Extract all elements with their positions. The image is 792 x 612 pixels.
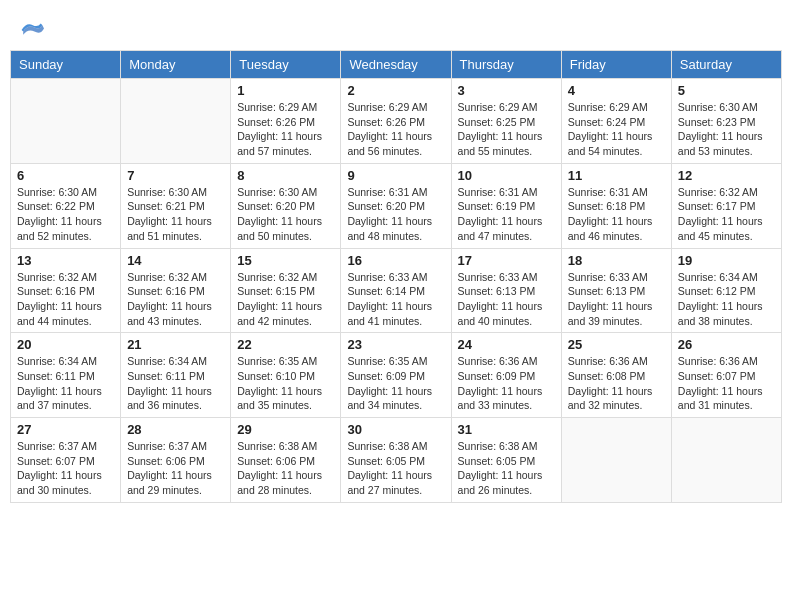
- day-number: 29: [237, 422, 334, 437]
- day-info: Sunrise: 6:30 AMSunset: 6:23 PMDaylight:…: [678, 100, 775, 159]
- calendar-cell: 28Sunrise: 6:37 AMSunset: 6:06 PMDayligh…: [121, 418, 231, 503]
- day-number: 30: [347, 422, 444, 437]
- logo: [20, 20, 46, 40]
- day-number: 31: [458, 422, 555, 437]
- calendar-cell: 17Sunrise: 6:33 AMSunset: 6:13 PMDayligh…: [451, 248, 561, 333]
- calendar-cell: 13Sunrise: 6:32 AMSunset: 6:16 PMDayligh…: [11, 248, 121, 333]
- calendar-cell: [11, 79, 121, 164]
- calendar-cell: 14Sunrise: 6:32 AMSunset: 6:16 PMDayligh…: [121, 248, 231, 333]
- weekday-header: Tuesday: [231, 51, 341, 79]
- day-number: 21: [127, 337, 224, 352]
- day-info: Sunrise: 6:37 AMSunset: 6:07 PMDaylight:…: [17, 439, 114, 498]
- day-info: Sunrise: 6:31 AMSunset: 6:19 PMDaylight:…: [458, 185, 555, 244]
- day-info: Sunrise: 6:33 AMSunset: 6:13 PMDaylight:…: [458, 270, 555, 329]
- day-info: Sunrise: 6:32 AMSunset: 6:15 PMDaylight:…: [237, 270, 334, 329]
- calendar-cell: 7Sunrise: 6:30 AMSunset: 6:21 PMDaylight…: [121, 163, 231, 248]
- weekday-header: Wednesday: [341, 51, 451, 79]
- day-number: 14: [127, 253, 224, 268]
- calendar-cell: 9Sunrise: 6:31 AMSunset: 6:20 PMDaylight…: [341, 163, 451, 248]
- day-number: 12: [678, 168, 775, 183]
- day-info: Sunrise: 6:38 AMSunset: 6:06 PMDaylight:…: [237, 439, 334, 498]
- weekday-header: Monday: [121, 51, 231, 79]
- day-info: Sunrise: 6:35 AMSunset: 6:10 PMDaylight:…: [237, 354, 334, 413]
- calendar-cell: 29Sunrise: 6:38 AMSunset: 6:06 PMDayligh…: [231, 418, 341, 503]
- day-number: 25: [568, 337, 665, 352]
- day-info: Sunrise: 6:34 AMSunset: 6:11 PMDaylight:…: [127, 354, 224, 413]
- day-number: 20: [17, 337, 114, 352]
- day-info: Sunrise: 6:38 AMSunset: 6:05 PMDaylight:…: [347, 439, 444, 498]
- calendar-cell: 27Sunrise: 6:37 AMSunset: 6:07 PMDayligh…: [11, 418, 121, 503]
- calendar-cell: 15Sunrise: 6:32 AMSunset: 6:15 PMDayligh…: [231, 248, 341, 333]
- day-info: Sunrise: 6:36 AMSunset: 6:09 PMDaylight:…: [458, 354, 555, 413]
- day-info: Sunrise: 6:29 AMSunset: 6:25 PMDaylight:…: [458, 100, 555, 159]
- calendar-cell: 8Sunrise: 6:30 AMSunset: 6:20 PMDaylight…: [231, 163, 341, 248]
- day-number: 6: [17, 168, 114, 183]
- calendar-cell: 1Sunrise: 6:29 AMSunset: 6:26 PMDaylight…: [231, 79, 341, 164]
- calendar-table: SundayMondayTuesdayWednesdayThursdayFrid…: [10, 50, 782, 503]
- day-info: Sunrise: 6:37 AMSunset: 6:06 PMDaylight:…: [127, 439, 224, 498]
- day-number: 4: [568, 83, 665, 98]
- calendar-cell: 19Sunrise: 6:34 AMSunset: 6:12 PMDayligh…: [671, 248, 781, 333]
- day-number: 27: [17, 422, 114, 437]
- day-number: 10: [458, 168, 555, 183]
- calendar-cell: 2Sunrise: 6:29 AMSunset: 6:26 PMDaylight…: [341, 79, 451, 164]
- day-number: 8: [237, 168, 334, 183]
- day-info: Sunrise: 6:38 AMSunset: 6:05 PMDaylight:…: [458, 439, 555, 498]
- day-info: Sunrise: 6:36 AMSunset: 6:08 PMDaylight:…: [568, 354, 665, 413]
- day-number: 3: [458, 83, 555, 98]
- calendar-cell: 22Sunrise: 6:35 AMSunset: 6:10 PMDayligh…: [231, 333, 341, 418]
- day-number: 13: [17, 253, 114, 268]
- day-info: Sunrise: 6:29 AMSunset: 6:24 PMDaylight:…: [568, 100, 665, 159]
- day-number: 16: [347, 253, 444, 268]
- day-number: 9: [347, 168, 444, 183]
- calendar-cell: [561, 418, 671, 503]
- calendar-cell: 10Sunrise: 6:31 AMSunset: 6:19 PMDayligh…: [451, 163, 561, 248]
- calendar-cell: 18Sunrise: 6:33 AMSunset: 6:13 PMDayligh…: [561, 248, 671, 333]
- day-number: 26: [678, 337, 775, 352]
- day-info: Sunrise: 6:29 AMSunset: 6:26 PMDaylight:…: [237, 100, 334, 159]
- calendar-cell: 3Sunrise: 6:29 AMSunset: 6:25 PMDaylight…: [451, 79, 561, 164]
- calendar-cell: 11Sunrise: 6:31 AMSunset: 6:18 PMDayligh…: [561, 163, 671, 248]
- day-info: Sunrise: 6:31 AMSunset: 6:20 PMDaylight:…: [347, 185, 444, 244]
- calendar-cell: 26Sunrise: 6:36 AMSunset: 6:07 PMDayligh…: [671, 333, 781, 418]
- day-number: 19: [678, 253, 775, 268]
- day-number: 7: [127, 168, 224, 183]
- day-info: Sunrise: 6:30 AMSunset: 6:22 PMDaylight:…: [17, 185, 114, 244]
- logo-icon: [20, 20, 44, 40]
- day-info: Sunrise: 6:30 AMSunset: 6:21 PMDaylight:…: [127, 185, 224, 244]
- weekday-header: Saturday: [671, 51, 781, 79]
- day-number: 18: [568, 253, 665, 268]
- day-info: Sunrise: 6:33 AMSunset: 6:13 PMDaylight:…: [568, 270, 665, 329]
- day-info: Sunrise: 6:36 AMSunset: 6:07 PMDaylight:…: [678, 354, 775, 413]
- day-info: Sunrise: 6:32 AMSunset: 6:16 PMDaylight:…: [127, 270, 224, 329]
- day-info: Sunrise: 6:35 AMSunset: 6:09 PMDaylight:…: [347, 354, 444, 413]
- day-info: Sunrise: 6:31 AMSunset: 6:18 PMDaylight:…: [568, 185, 665, 244]
- calendar-cell: 25Sunrise: 6:36 AMSunset: 6:08 PMDayligh…: [561, 333, 671, 418]
- calendar-cell: 4Sunrise: 6:29 AMSunset: 6:24 PMDaylight…: [561, 79, 671, 164]
- calendar-cell: 12Sunrise: 6:32 AMSunset: 6:17 PMDayligh…: [671, 163, 781, 248]
- day-info: Sunrise: 6:30 AMSunset: 6:20 PMDaylight:…: [237, 185, 334, 244]
- day-info: Sunrise: 6:32 AMSunset: 6:17 PMDaylight:…: [678, 185, 775, 244]
- day-info: Sunrise: 6:33 AMSunset: 6:14 PMDaylight:…: [347, 270, 444, 329]
- day-number: 22: [237, 337, 334, 352]
- page-header: [10, 10, 782, 45]
- calendar-cell: 31Sunrise: 6:38 AMSunset: 6:05 PMDayligh…: [451, 418, 561, 503]
- day-info: Sunrise: 6:34 AMSunset: 6:11 PMDaylight:…: [17, 354, 114, 413]
- calendar-cell: 24Sunrise: 6:36 AMSunset: 6:09 PMDayligh…: [451, 333, 561, 418]
- weekday-header: Friday: [561, 51, 671, 79]
- day-number: 24: [458, 337, 555, 352]
- calendar-cell: 23Sunrise: 6:35 AMSunset: 6:09 PMDayligh…: [341, 333, 451, 418]
- day-number: 28: [127, 422, 224, 437]
- day-number: 23: [347, 337, 444, 352]
- calendar-cell: 30Sunrise: 6:38 AMSunset: 6:05 PMDayligh…: [341, 418, 451, 503]
- calendar-cell: 5Sunrise: 6:30 AMSunset: 6:23 PMDaylight…: [671, 79, 781, 164]
- calendar-cell: 16Sunrise: 6:33 AMSunset: 6:14 PMDayligh…: [341, 248, 451, 333]
- day-info: Sunrise: 6:29 AMSunset: 6:26 PMDaylight:…: [347, 100, 444, 159]
- calendar-cell: 21Sunrise: 6:34 AMSunset: 6:11 PMDayligh…: [121, 333, 231, 418]
- day-info: Sunrise: 6:32 AMSunset: 6:16 PMDaylight:…: [17, 270, 114, 329]
- day-info: Sunrise: 6:34 AMSunset: 6:12 PMDaylight:…: [678, 270, 775, 329]
- calendar-cell: 6Sunrise: 6:30 AMSunset: 6:22 PMDaylight…: [11, 163, 121, 248]
- calendar-cell: [671, 418, 781, 503]
- day-number: 1: [237, 83, 334, 98]
- calendar-cell: 20Sunrise: 6:34 AMSunset: 6:11 PMDayligh…: [11, 333, 121, 418]
